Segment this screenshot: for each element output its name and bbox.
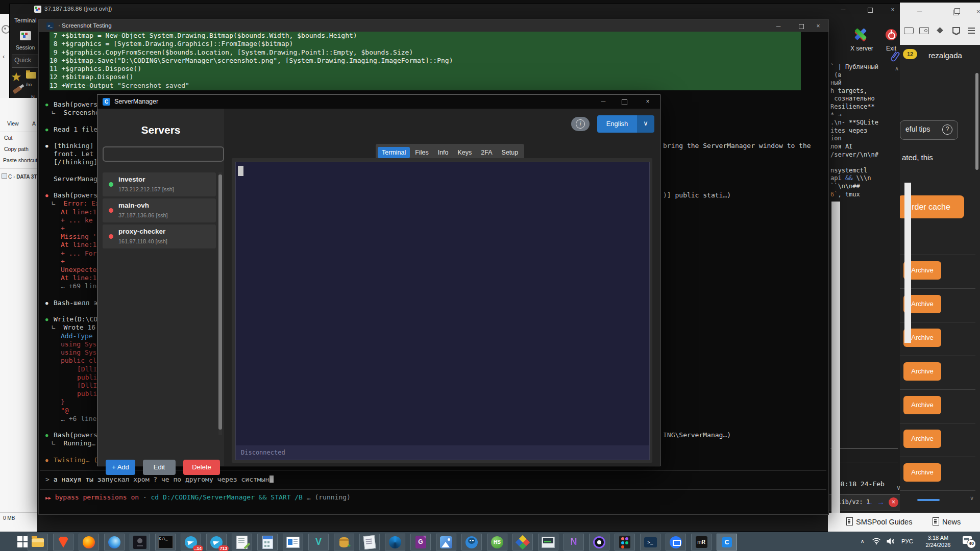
- account-name[interactable]: rezalgada: [928, 51, 962, 60]
- taskbar-icon-octopus[interactable]: [461, 534, 482, 550]
- folder-tab-icon[interactable]: [26, 72, 36, 79]
- menu-item-paste-shortcut[interactable]: Paste shortcut: [3, 157, 37, 163]
- tab-2fa[interactable]: 2FA: [477, 147, 496, 158]
- tab-box-icon[interactable]: [904, 27, 914, 34]
- taskbar-icon-firefox[interactable]: [79, 534, 99, 550]
- taskbar-icon-thunderbird[interactable]: [104, 534, 125, 550]
- archive-button[interactable]: Archive: [903, 463, 941, 482]
- delete-server-button[interactable]: Delete: [183, 460, 220, 475]
- mobaxterm-titlebar[interactable]: [10, 4, 900, 14]
- tray-clock[interactable]: 3:18 AM 2/24/2026: [919, 534, 958, 548]
- browser-restore-button[interactable]: [953, 10, 959, 15]
- browser-minimize-button[interactable]: ─: [917, 8, 922, 15]
- sparkle-icon[interactable]: [937, 27, 943, 34]
- browser-close-button[interactable]: ×: [976, 8, 980, 15]
- terminal-divider: [830, 448, 898, 449]
- tab-info[interactable]: Info: [434, 147, 453, 158]
- taskbar-icon-gimp[interactable]: G: [410, 534, 431, 550]
- servermanager-maximize-button[interactable]: [622, 99, 627, 105]
- taskbar-icon-brave[interactable]: [53, 534, 74, 550]
- taskbar-icon-telegram[interactable]: ..14: [181, 534, 201, 550]
- server-list-item-proxy-checker[interactable]: proxy-checker 161.97.118.40 [ssh]: [103, 224, 216, 248]
- taskbar-icon-calculator[interactable]: [257, 534, 278, 550]
- tray-language[interactable]: РУС: [901, 538, 913, 544]
- session-icon[interactable]: [20, 31, 31, 40]
- useful-tips-pill[interactable]: eful tips ?: [900, 120, 958, 140]
- find-prev-icon[interactable]: ←: [866, 497, 873, 506]
- taskbar-icon-image-viewer[interactable]: [436, 534, 456, 550]
- taskbar-icon-figma[interactable]: [615, 534, 635, 550]
- tab-keys[interactable]: Keys: [454, 147, 476, 158]
- taskbar-icon-github[interactable]: [589, 534, 609, 550]
- tab-setup[interactable]: Setup: [498, 147, 523, 158]
- taskbar-icon-mremoteng[interactable]: mR: [691, 534, 712, 550]
- server-list-item-investor[interactable]: investor 173.212.212.157 [ssh]: [103, 172, 216, 196]
- server-list-scrollbar[interactable]: [218, 172, 222, 435]
- mobaxterm-close-button[interactable]: ×: [889, 6, 897, 13]
- terminal-titlebar[interactable]: [39, 20, 828, 32]
- taskbar-icon-system-monitor[interactable]: [538, 534, 558, 550]
- back-chevron-icon[interactable]: ‹: [3, 53, 5, 60]
- taskbar-icon-notepad[interactable]: [232, 534, 252, 550]
- scroll-down-icon[interactable]: ∨: [970, 495, 974, 502]
- taskbar-icon-notes[interactable]: [359, 534, 380, 550]
- taskbar-icon-powershell[interactable]: >_: [640, 534, 660, 550]
- taskbar-icon-telegram-2[interactable]: 713: [206, 534, 227, 550]
- wifi-icon[interactable]: [872, 537, 881, 547]
- taskbar-icon-heidisql[interactable]: HS: [487, 534, 507, 550]
- scroll-up-icon[interactable]: ∧: [895, 65, 899, 72]
- terminal-maximize-button[interactable]: [799, 24, 804, 29]
- add-server-button[interactable]: + Add: [106, 460, 135, 475]
- taskbar-icon-db-tool[interactable]: +: [334, 534, 354, 550]
- cli-input-line[interactable]: > а нахуя ты запускал хром ? че по друго…: [45, 475, 274, 483]
- archive-button[interactable]: Archive: [903, 430, 941, 448]
- menu-hamburger-icon[interactable]: [968, 28, 975, 29]
- shield-icon[interactable]: [952, 27, 960, 35]
- taskbar-icon-swirl-app[interactable]: [385, 534, 405, 550]
- explorer-tab-view[interactable]: View: [7, 120, 19, 127]
- list-divider: [900, 255, 975, 255]
- link-smspool-guides[interactable]: SMSPool Guides: [846, 517, 912, 526]
- taskbar-icon-anydesk[interactable]: [666, 534, 686, 550]
- taskbar-icon-file-explorer[interactable]: [28, 534, 48, 550]
- tab-files[interactable]: Files: [411, 147, 432, 158]
- favorites-star-icon[interactable]: ★: [11, 70, 22, 84]
- edit-server-button[interactable]: Edit: [143, 460, 176, 475]
- browser-scrollbar[interactable]: [975, 73, 978, 170]
- paintbrush-icon[interactable]: [12, 86, 22, 94]
- speaker-icon[interactable]: [886, 538, 895, 547]
- find-next-icon[interactable]: →: [877, 497, 885, 506]
- menu-item-cut[interactable]: Cut: [4, 135, 12, 141]
- desktop: ‹ 37.187.136.86 ([root ovh]) ─ × Termina…: [0, 0, 980, 551]
- ssh-terminal-panel[interactable]: Disconnected: [235, 162, 650, 460]
- taskbar-icon-n-app[interactable]: N: [564, 534, 584, 550]
- explorer-tab-a[interactable]: A: [32, 120, 36, 127]
- servermanager-titlebar[interactable]: [97, 95, 660, 109]
- taskbar-icon-v-app[interactable]: V: [308, 534, 329, 550]
- link-news[interactable]: News: [933, 517, 961, 526]
- terminal-minimize-button[interactable]: ─: [774, 22, 782, 30]
- terminal-close-button[interactable]: ×: [814, 22, 822, 30]
- mobaxterm-minimize-button[interactable]: ─: [839, 6, 847, 13]
- taskbar-icon-cmd[interactable]: C:\_: [155, 534, 176, 550]
- archive-button[interactable]: Archive: [903, 396, 941, 414]
- find-close-icon[interactable]: ×: [889, 497, 898, 507]
- language-dropdown[interactable]: English ∨: [597, 115, 654, 133]
- tray-expand-icon[interactable]: ∧: [861, 538, 864, 544]
- wallet-icon[interactable]: [919, 27, 929, 34]
- archive-button[interactable]: Archive: [903, 362, 941, 381]
- mobaxterm-maximize-button[interactable]: [868, 8, 873, 13]
- info-button[interactable]: i: [571, 117, 590, 131]
- server-search-input[interactable]: [103, 146, 224, 162]
- tab-terminal[interactable]: Terminal: [378, 147, 410, 158]
- exit-button[interactable]: [886, 29, 897, 40]
- servermanager-close-button[interactable]: ×: [644, 98, 652, 105]
- taskbar-icon-gallery[interactable]: [512, 534, 533, 550]
- servermanager-minimize-button[interactable]: ─: [599, 98, 607, 105]
- taskbar-icon-window-app[interactable]: [283, 534, 303, 550]
- menu-item-copy-path[interactable]: Copy path: [4, 146, 29, 152]
- breadcrumb[interactable]: C › DATA 3T: [2, 173, 37, 180]
- taskbar-icon-servermanager[interactable]: C: [717, 534, 737, 550]
- server-list-item-main-ovh[interactable]: main-ovh 37.187.136.86 [ssh]: [103, 198, 216, 222]
- taskbar-icon-fray[interactable]: [130, 534, 150, 550]
